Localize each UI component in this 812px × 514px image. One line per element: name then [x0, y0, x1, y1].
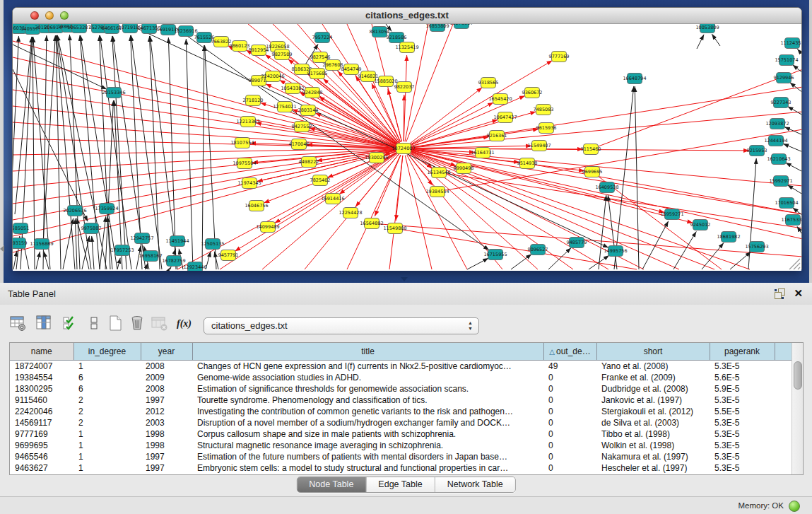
graph-node[interactable]: 10975504: [233, 158, 256, 169]
cell[interactable]: 2012: [141, 406, 192, 417]
graph-node[interactable]: 17957253: [110, 245, 134, 256]
cell[interactable]: 5.3E-5: [710, 395, 775, 406]
cell[interactable]: [775, 383, 793, 395]
cell[interactable]: 5.9E-5: [710, 383, 775, 395]
network-canvas[interactable]: 1872400716603124140557142015584020691406…: [13, 24, 801, 271]
function-builder-icon[interactable]: f(x): [177, 317, 198, 334]
close-panel-icon[interactable]: ✕: [794, 287, 803, 300]
cell[interactable]: Embryonic stem cells: a model to study s…: [192, 462, 543, 474]
graph-node[interactable]: 12505135: [201, 239, 224, 250]
graph-node[interactable]: 9227343: [771, 98, 792, 108]
cell[interactable]: Jankovic et al. (1997): [596, 395, 710, 406]
cell[interactable]: 5.3E-5: [710, 361, 775, 373]
graph-node[interactable]: 16648794: [623, 74, 646, 84]
graph-node[interactable]: 7663822: [211, 37, 232, 47]
cell[interactable]: 6: [73, 372, 141, 383]
graph-node[interactable]: 16959271: [660, 209, 683, 220]
graph-node[interactable]: 17359924: [95, 204, 118, 214]
graph-node[interactable]: 8427552: [292, 122, 312, 132]
graph-node[interactable]: 12942757: [130, 233, 153, 244]
graph-node[interactable]: 11124357: [780, 38, 801, 49]
graph-node[interactable]: 19384554: [425, 187, 449, 197]
cell[interactable]: 22420046: [10, 406, 73, 417]
graph-node[interactable]: 18681982: [717, 232, 740, 243]
resize-grip-icon[interactable]: [789, 259, 800, 269]
cell[interactable]: 2: [73, 417, 141, 428]
cell[interactable]: 0: [543, 462, 596, 474]
cell[interactable]: 1: [73, 462, 141, 474]
graph-node[interactable]: 9860123: [230, 41, 250, 52]
graph-node[interactable]: 14099489: [256, 222, 279, 233]
cell[interactable]: 0: [543, 383, 596, 395]
table-header-row[interactable]: namein_degreeyeartitle△out_de…shortpager…: [10, 343, 793, 361]
table-row[interactable]: 1872400712008Changes of HCN gene express…: [10, 361, 793, 373]
cell[interactable]: 1998: [141, 440, 192, 451]
cell[interactable]: 0: [543, 451, 596, 462]
cell[interactable]: 5.5E-5: [710, 406, 775, 417]
cell[interactable]: [775, 395, 793, 406]
cell[interactable]: 2003: [141, 417, 192, 428]
graph-node[interactable]: 7825402: [310, 175, 331, 186]
cell[interactable]: 14569117: [10, 417, 73, 428]
cell[interactable]: 0: [543, 372, 596, 383]
cell[interactable]: 0: [543, 428, 596, 440]
cell[interactable]: Structural magnetic resonance image aver…: [192, 440, 543, 451]
graph-node[interactable]: 2967608: [323, 60, 343, 71]
cell[interactable]: [775, 428, 793, 440]
panel-collapse-arrow-icon[interactable]: [0, 245, 4, 252]
select-rows-icon[interactable]: [62, 315, 79, 332]
table-scrollbar[interactable]: [792, 343, 803, 474]
graph-node[interactable]: 16046756: [245, 201, 268, 211]
graph-node[interactable]: 2718120: [243, 95, 264, 106]
cell[interactable]: 0: [543, 395, 596, 406]
network-view-window[interactable]: citations_edges.txt 18724007166031241405…: [12, 7, 802, 270]
cell[interactable]: 19384554: [10, 372, 73, 383]
graph-node[interactable]: 9975887: [81, 223, 102, 234]
graph-node[interactable]: 15756293: [745, 242, 768, 252]
table-mode-icon[interactable]: [10, 315, 27, 332]
graph-node[interactable]: 8216361: [487, 131, 507, 141]
graph-node[interactable]: 9822037: [394, 82, 415, 93]
cell[interactable]: 2008: [141, 383, 192, 395]
cell[interactable]: [775, 417, 793, 428]
table-row[interactable]: 969969511998Structural magnetic resonanc…: [10, 440, 793, 451]
column-header-out_de…[interactable]: △out_de…: [543, 343, 596, 361]
cell[interactable]: 9465546: [10, 451, 73, 462]
column-header-filler[interactable]: [775, 343, 793, 361]
cell[interactable]: 5.6E-5: [710, 372, 775, 383]
graph-node[interactable]: 9242848: [302, 88, 323, 98]
cell[interactable]: [775, 440, 793, 451]
cell[interactable]: 1: [73, 361, 141, 373]
table-row[interactable]: 2242004622012Investigating the contribut…: [10, 406, 793, 417]
graph-node[interactable]: 9318565: [478, 78, 499, 88]
cell[interactable]: 1997: [141, 462, 192, 474]
graph-node[interactable]: 16853809: [425, 24, 449, 32]
cell[interactable]: 1997: [141, 395, 192, 406]
float-panel-icon[interactable]: [775, 288, 785, 299]
cell[interactable]: 2008: [141, 361, 192, 373]
cell[interactable]: Tourette syndrome. Phenomenology and cla…: [192, 395, 543, 406]
cell[interactable]: Dudbridge et al. (2008): [596, 383, 710, 395]
cell[interactable]: 2009: [141, 372, 192, 383]
tab-network-table[interactable]: Network Table: [435, 477, 515, 492]
graph-node[interactable]: 2803144: [298, 105, 319, 116]
graph-node[interactable]: 12254428: [339, 208, 362, 218]
delete-column-icon[interactable]: [129, 315, 146, 332]
cell[interactable]: Estimation of the future numbers of pati…: [192, 451, 543, 462]
cell[interactable]: 9463627: [10, 462, 73, 474]
graph-node[interactable]: 585051: [13, 223, 29, 234]
table-row[interactable]: 1830029562008Estimation of significance …: [10, 383, 793, 395]
scrollbar-thumb[interactable]: [794, 361, 802, 390]
cell[interactable]: Genome-wide association studies in ADHD.: [192, 372, 543, 383]
cell[interactable]: Yano et al. (2008): [596, 361, 710, 373]
cell[interactable]: 9699695: [10, 440, 73, 451]
graph-node[interactable]: 7957224: [312, 33, 333, 43]
table-row[interactable]: 977716911998Corpus callosum shape and si…: [10, 428, 793, 440]
graph-node[interactable]: 9175685: [307, 69, 328, 79]
graph-node[interactable]: 12754021: [273, 102, 296, 112]
cell[interactable]: Tibbo et al. (1998): [596, 428, 710, 440]
column-header-in_degree[interactable]: in_degree: [73, 343, 141, 361]
graph-node[interactable]: 9699695: [582, 167, 603, 177]
graph-node[interactable]: 16210643: [767, 154, 790, 165]
graph-node[interactable]: 15273917: [449, 24, 473, 29]
